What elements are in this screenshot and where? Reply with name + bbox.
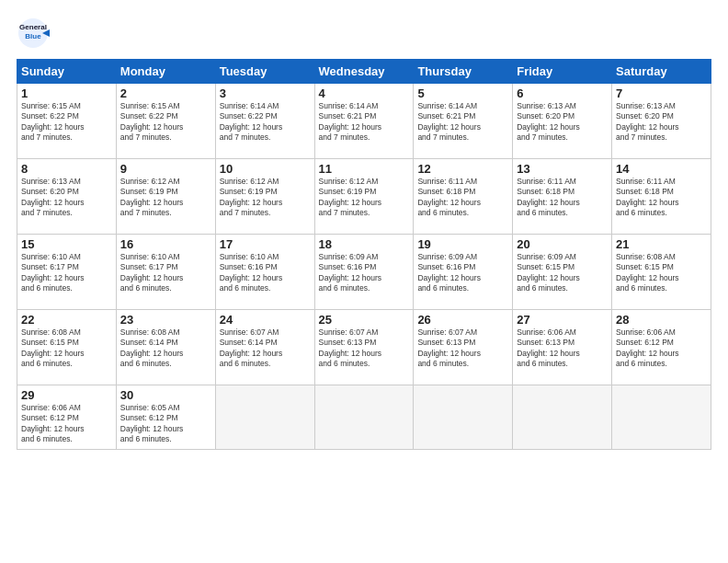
day-number: 29: [21, 388, 112, 402]
header: General Blue: [17, 17, 711, 50]
weekday-wednesday: Wednesday: [314, 60, 414, 84]
day-number: 13: [517, 162, 608, 176]
cell-info: Sunrise: 6:08 AMSunset: 6:14 PMDaylight:…: [120, 327, 211, 370]
day-number: 16: [120, 237, 211, 251]
day-number: 7: [616, 86, 707, 100]
calendar-cell: 23Sunrise: 6:08 AMSunset: 6:14 PMDayligh…: [116, 310, 215, 385]
calendar-cell: [414, 385, 513, 450]
cell-info: Sunrise: 6:12 AMSunset: 6:19 PMDaylight:…: [319, 177, 410, 219]
day-number: 4: [319, 86, 410, 100]
calendar-cell: 17Sunrise: 6:10 AMSunset: 6:16 PMDayligh…: [215, 235, 314, 310]
svg-text:Blue: Blue: [25, 32, 41, 40]
cell-info: Sunrise: 6:07 AMSunset: 6:13 PMDaylight:…: [417, 327, 508, 370]
calendar-cell: 27Sunrise: 6:06 AMSunset: 6:13 PMDayligh…: [513, 310, 612, 385]
calendar-cell: 20Sunrise: 6:09 AMSunset: 6:15 PMDayligh…: [513, 235, 612, 310]
calendar-cell: 8Sunrise: 6:13 AMSunset: 6:20 PMDaylight…: [17, 159, 117, 235]
cell-info: Sunrise: 6:06 AMSunset: 6:13 PMDaylight:…: [517, 327, 608, 370]
weekday-header-row: SundayMondayTuesdayWednesdayThursdayFrid…: [17, 60, 711, 84]
calendar-cell: 9Sunrise: 6:12 AMSunset: 6:19 PMDaylight…: [116, 159, 215, 235]
calendar-cell: 29Sunrise: 6:06 AMSunset: 6:12 PMDayligh…: [17, 385, 117, 450]
calendar-cell: [513, 385, 612, 450]
day-number: 20: [517, 237, 608, 251]
week-row-3: 15Sunrise: 6:10 AMSunset: 6:17 PMDayligh…: [17, 235, 711, 310]
cell-info: Sunrise: 6:06 AMSunset: 6:12 PMDaylight:…: [616, 327, 707, 370]
calendar-cell: 28Sunrise: 6:06 AMSunset: 6:12 PMDayligh…: [612, 310, 711, 385]
cell-info: Sunrise: 6:08 AMSunset: 6:15 PMDaylight:…: [21, 327, 112, 370]
cell-info: Sunrise: 6:15 AMSunset: 6:22 PMDaylight:…: [21, 101, 112, 144]
calendar-cell: [314, 385, 414, 450]
day-number: 21: [616, 237, 707, 251]
day-number: 12: [417, 162, 508, 176]
calendar-cell: 2Sunrise: 6:15 AMSunset: 6:22 PMDaylight…: [116, 84, 215, 159]
day-number: 9: [120, 162, 211, 176]
calendar-cell: 30Sunrise: 6:05 AMSunset: 6:12 PMDayligh…: [116, 385, 215, 450]
day-number: 30: [120, 388, 211, 402]
cell-info: Sunrise: 6:10 AMSunset: 6:17 PMDaylight:…: [21, 252, 112, 294]
cell-info: Sunrise: 6:13 AMSunset: 6:20 PMDaylight:…: [21, 177, 112, 219]
page: General Blue SundayMondayTuesdayWednesda…: [0, 0, 728, 563]
cell-info: Sunrise: 6:10 AMSunset: 6:17 PMDaylight:…: [120, 252, 211, 294]
day-number: 2: [120, 86, 211, 100]
weekday-friday: Friday: [513, 60, 612, 84]
day-number: 10: [220, 162, 311, 176]
weekday-thursday: Thursday: [414, 60, 513, 84]
calendar-cell: 25Sunrise: 6:07 AMSunset: 6:13 PMDayligh…: [314, 310, 414, 385]
calendar-cell: 18Sunrise: 6:09 AMSunset: 6:16 PMDayligh…: [314, 235, 414, 310]
day-number: 5: [417, 86, 508, 100]
calendar-cell: 22Sunrise: 6:08 AMSunset: 6:15 PMDayligh…: [17, 310, 117, 385]
day-number: 24: [220, 313, 311, 327]
day-number: 11: [319, 162, 410, 176]
calendar-cell: 11Sunrise: 6:12 AMSunset: 6:19 PMDayligh…: [314, 159, 414, 235]
week-row-5: 29Sunrise: 6:06 AMSunset: 6:12 PMDayligh…: [17, 385, 711, 450]
cell-info: Sunrise: 6:13 AMSunset: 6:20 PMDaylight:…: [616, 101, 707, 144]
calendar-cell: 4Sunrise: 6:14 AMSunset: 6:21 PMDaylight…: [314, 84, 414, 159]
day-number: 19: [417, 237, 508, 251]
day-number: 6: [517, 86, 608, 100]
cell-info: Sunrise: 6:07 AMSunset: 6:14 PMDaylight:…: [220, 327, 311, 370]
cell-info: Sunrise: 6:12 AMSunset: 6:19 PMDaylight:…: [120, 177, 211, 219]
calendar-table: SundayMondayTuesdayWednesdayThursdayFrid…: [17, 59, 711, 450]
day-number: 15: [21, 237, 112, 251]
cell-info: Sunrise: 6:06 AMSunset: 6:12 PMDaylight:…: [21, 403, 112, 445]
day-number: 26: [417, 313, 508, 327]
day-number: 25: [319, 313, 410, 327]
cell-info: Sunrise: 6:11 AMSunset: 6:18 PMDaylight:…: [417, 177, 508, 219]
calendar-cell: 24Sunrise: 6:07 AMSunset: 6:14 PMDayligh…: [215, 310, 314, 385]
calendar-cell: 1Sunrise: 6:15 AMSunset: 6:22 PMDaylight…: [17, 84, 117, 159]
day-number: 28: [616, 313, 707, 327]
cell-info: Sunrise: 6:14 AMSunset: 6:21 PMDaylight:…: [417, 101, 508, 144]
weekday-tuesday: Tuesday: [215, 60, 314, 84]
calendar-cell: 6Sunrise: 6:13 AMSunset: 6:20 PMDaylight…: [513, 84, 612, 159]
svg-text:General: General: [19, 23, 47, 31]
cell-info: Sunrise: 6:09 AMSunset: 6:16 PMDaylight:…: [319, 252, 410, 294]
calendar-cell: 7Sunrise: 6:13 AMSunset: 6:20 PMDaylight…: [612, 84, 711, 159]
calendar-cell: 3Sunrise: 6:14 AMSunset: 6:22 PMDaylight…: [215, 84, 314, 159]
day-number: 22: [21, 313, 112, 327]
calendar-cell: 16Sunrise: 6:10 AMSunset: 6:17 PMDayligh…: [116, 235, 215, 310]
calendar-cell: [215, 385, 314, 450]
cell-info: Sunrise: 6:14 AMSunset: 6:22 PMDaylight:…: [220, 101, 311, 144]
week-row-4: 22Sunrise: 6:08 AMSunset: 6:15 PMDayligh…: [17, 310, 711, 385]
calendar-cell: [612, 385, 711, 450]
weekday-sunday: Sunday: [17, 60, 117, 84]
calendar-cell: 10Sunrise: 6:12 AMSunset: 6:19 PMDayligh…: [215, 159, 314, 235]
calendar-cell: 19Sunrise: 6:09 AMSunset: 6:16 PMDayligh…: [414, 235, 513, 310]
cell-info: Sunrise: 6:11 AMSunset: 6:18 PMDaylight:…: [517, 177, 608, 219]
day-number: 18: [319, 237, 410, 251]
day-number: 8: [21, 162, 112, 176]
day-number: 27: [517, 313, 608, 327]
cell-info: Sunrise: 6:11 AMSunset: 6:18 PMDaylight:…: [616, 177, 707, 219]
cell-info: Sunrise: 6:08 AMSunset: 6:15 PMDaylight:…: [616, 252, 707, 294]
calendar-cell: 14Sunrise: 6:11 AMSunset: 6:18 PMDayligh…: [612, 159, 711, 235]
calendar-cell: 12Sunrise: 6:11 AMSunset: 6:18 PMDayligh…: [414, 159, 513, 235]
day-number: 17: [220, 237, 311, 251]
cell-info: Sunrise: 6:14 AMSunset: 6:21 PMDaylight:…: [319, 101, 410, 144]
cell-info: Sunrise: 6:07 AMSunset: 6:13 PMDaylight:…: [319, 327, 410, 370]
cell-info: Sunrise: 6:09 AMSunset: 6:16 PMDaylight:…: [417, 252, 508, 294]
cell-info: Sunrise: 6:15 AMSunset: 6:22 PMDaylight:…: [120, 101, 211, 144]
day-number: 3: [220, 86, 311, 100]
cell-info: Sunrise: 6:09 AMSunset: 6:15 PMDaylight:…: [517, 252, 608, 294]
logo: General Blue: [17, 17, 53, 50]
calendar-cell: 26Sunrise: 6:07 AMSunset: 6:13 PMDayligh…: [414, 310, 513, 385]
week-row-1: 1Sunrise: 6:15 AMSunset: 6:22 PMDaylight…: [17, 84, 711, 159]
